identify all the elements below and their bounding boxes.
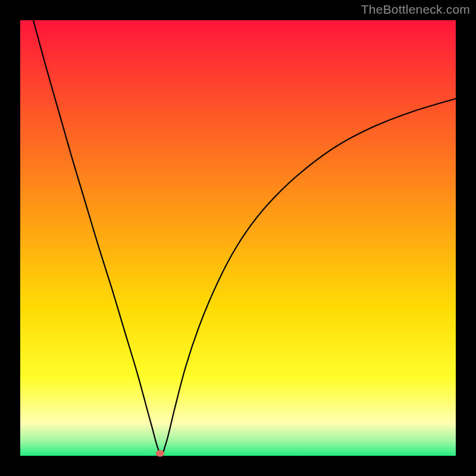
bottleneck-curve bbox=[33, 20, 456, 454]
minimum-marker bbox=[156, 450, 164, 456]
watermark-label: TheBottleneck.com bbox=[361, 2, 470, 17]
plot-area bbox=[20, 20, 456, 456]
curve-svg bbox=[20, 20, 456, 456]
chart-frame: TheBottleneck.com bbox=[0, 0, 476, 476]
